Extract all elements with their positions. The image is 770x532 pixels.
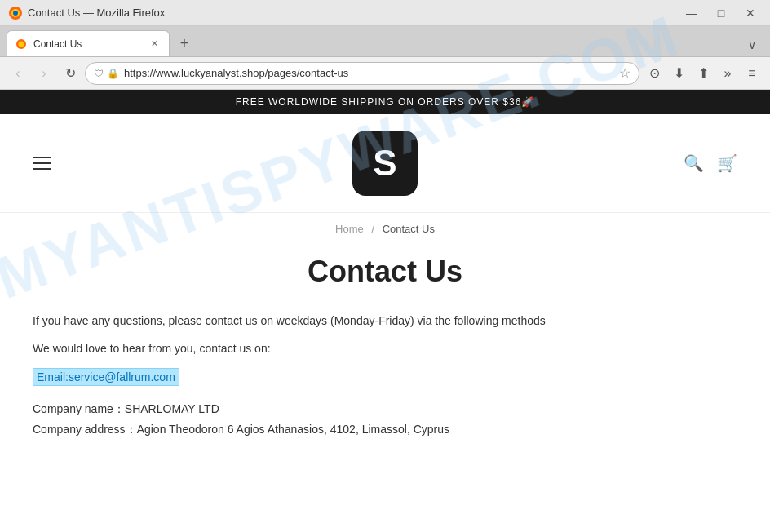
url-text[interactable]: https://www.luckyanalyst.shop/pages/cont… [124,67,614,79]
url-bar[interactable]: 🛡 🔒 https://www.luckyanalyst.shop/pages/… [85,62,639,85]
email-link[interactable]: Email:service@fallrum.com [33,368,179,386]
search-icon[interactable]: 🔍 [684,153,704,173]
breadcrumb-home-link[interactable]: Home [335,223,364,235]
announcement-bar: FREE WORLDWIDE SHIPPING ON ORDERS OVER $… [0,90,770,114]
maximize-button[interactable]: □ [710,4,732,22]
company-info: Company name：SHARLOMAY LTD Company addre… [33,399,737,440]
company-address-row: Company address：Agion Theodoron 6 Agios … [33,419,737,440]
tab-bar: Contact Us ✕ + ∨ [0,26,770,57]
header-right-icons: 🔍 🛒 [684,153,737,173]
firefox-icon [8,6,23,20]
new-tab-button[interactable]: + [173,32,196,55]
tab-label: Contact Us [33,38,82,50]
logo-letter: S [373,143,396,184]
cart-icon[interactable]: 🛒 [717,153,737,173]
window-title: Contact Us — Mozilla Firefox [28,7,165,19]
title-bar: Contact Us — Mozilla Firefox — □ ✕ [0,0,770,26]
breadcrumb: Home / Contact Us [0,213,770,238]
company-address-value: Agion Theodoron 6 Agios Athanasios, 4102… [137,423,449,436]
contact-intro-1: If you have any questions, please contac… [33,312,737,330]
tab-list-button[interactable]: ∨ [741,33,763,56]
lock-icon: 🔒 [107,68,119,79]
hamburger-menu-icon[interactable] [33,157,51,170]
close-button[interactable]: ✕ [739,4,762,22]
svg-point-4 [19,41,24,47]
nav-bar: ‹ › ↻ 🛡 🔒 https://www.luckyanalyst.shop/… [0,57,770,90]
company-name-label: Company name： [33,402,125,415]
breadcrumb-current: Contact Us [383,223,435,235]
tab-contact-us[interactable]: Contact Us ✕ [7,30,170,56]
url-security-icons: 🛡 🔒 [94,68,119,79]
main-content: Contact Us If you have any questions, pl… [0,238,770,472]
svg-point-2 [13,11,18,16]
reload-button[interactable]: ↻ [59,62,82,85]
pocket-button[interactable]: ⊙ [643,62,666,85]
breadcrumb-separator: / [371,223,374,235]
download-button[interactable]: ⬇ [667,62,690,85]
company-address-label: Company address： [33,423,137,436]
minimize-button[interactable]: — [680,4,703,22]
share-button[interactable]: ⬆ [692,62,715,85]
more-tools-button[interactable]: » [716,62,739,85]
page-title: Contact Us [33,255,737,289]
tab-close-button[interactable]: ✕ [148,38,161,51]
contact-intro-2: We would love to hear from you, contact … [33,339,737,357]
forward-button[interactable]: › [33,62,55,85]
nav-right-buttons: ⊙ ⬇ ⬆ » ≡ [643,62,763,85]
menu-button[interactable]: ≡ [741,62,763,85]
store-header: S 🔍 🛒 [0,114,770,213]
tab-favicon [15,38,27,50]
bookmark-star-icon[interactable]: ☆ [619,65,631,81]
company-name-row: Company name：SHARLOMAY LTD [33,399,737,419]
store-logo[interactable]: S [352,131,418,196]
back-button[interactable]: ‹ [7,62,29,85]
title-bar-left: Contact Us — Mozilla Firefox [8,6,165,20]
company-name-value: SHARLOMAY LTD [125,402,219,415]
window-controls: — □ ✕ [680,4,762,22]
shield-icon: 🛡 [94,68,104,79]
announcement-text: FREE WORLDWIDE SHIPPING ON ORDERS OVER $… [236,96,535,108]
